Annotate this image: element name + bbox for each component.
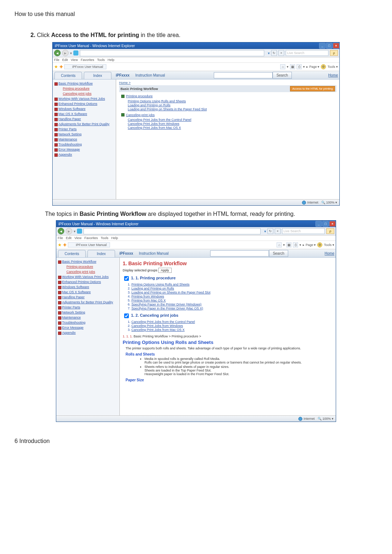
- window-minimize-button[interactable]: _: [315, 221, 322, 227]
- tab-index[interactable]: Index: [87, 250, 115, 257]
- nav-canceling-print-jobs[interactable]: Canceling print jobs: [53, 91, 115, 96]
- browser-tab[interactable]: iPFxxxx User Manual: [64, 64, 106, 69]
- access-html-button[interactable]: Access to the HTML for printing: [290, 86, 335, 91]
- link-g2-1[interactable]: Canceling Print Jobs from Windows: [128, 122, 336, 126]
- manual-search-input[interactable]: [214, 72, 273, 78]
- manual-search-input[interactable]: [210, 250, 269, 257]
- address-input[interactable]: [83, 228, 261, 234]
- nav-adjustments[interactable]: Adjustments for Better Print Quality: [57, 300, 119, 305]
- menu-edit[interactable]: Edit: [66, 236, 72, 240]
- browser-search-input[interactable]: Live Search: [286, 50, 328, 56]
- menu-help[interactable]: Help: [107, 58, 114, 62]
- tab-contents[interactable]: Contents: [58, 250, 86, 257]
- s1-item-1[interactable]: Loading and Printing on Rolls: [131, 287, 333, 290]
- favorites-star-icon[interactable]: ★: [58, 242, 62, 247]
- nav-basic-printing-workflow[interactable]: Basic Printing Workflow: [57, 259, 119, 264]
- status-zoom[interactable]: 🔍 100% ▾: [321, 201, 337, 204]
- s1-item-5[interactable]: Specifying Paper in the Printer Driver (…: [131, 303, 333, 306]
- feeds-icon[interactable]: ▦: [290, 64, 295, 69]
- s1-item-3[interactable]: Printing from Windows: [131, 295, 333, 298]
- home-link[interactable]: Home: [328, 73, 338, 77]
- menu-file[interactable]: File: [54, 58, 60, 62]
- nav-adjustments[interactable]: Adjustments for Better Print Quality: [53, 122, 115, 127]
- tools-menu[interactable]: Tools ▾: [327, 65, 338, 69]
- window-minimize-button[interactable]: _: [319, 43, 326, 49]
- menu-tools[interactable]: Tools: [97, 58, 105, 62]
- tools-gear-icon[interactable]: ⚙: [317, 242, 322, 247]
- nav-appendix[interactable]: Appendix: [57, 330, 119, 335]
- tab-index[interactable]: Index: [84, 72, 111, 79]
- favorites-star-icon[interactable]: ★: [54, 64, 58, 69]
- add-favorite-icon[interactable]: ✚: [60, 65, 63, 69]
- apply-button[interactable]: Apply: [158, 268, 172, 273]
- nav-printing-procedure[interactable]: Printing procedure: [53, 86, 115, 91]
- s2-checkbox[interactable]: [124, 313, 129, 318]
- tab-contents[interactable]: Contents: [54, 72, 82, 79]
- status-zoom[interactable]: 🔍 100% ▾: [318, 417, 334, 420]
- nav-maintenance[interactable]: Maintenance: [57, 315, 119, 320]
- forward-button[interactable]: ►: [66, 228, 72, 234]
- group-head-canceling[interactable]: Canceling print jobs: [121, 113, 155, 117]
- tools-gear-icon[interactable]: ⚙: [321, 64, 326, 69]
- s2-item-2[interactable]: Canceling Print Jobs from Mac OS X: [131, 328, 333, 332]
- home-link[interactable]: Home: [324, 251, 334, 255]
- tools-menu[interactable]: Tools ▾: [324, 243, 334, 247]
- link-g1-0[interactable]: Printing Options Using Rolls and Sheets: [128, 99, 336, 103]
- s1-item-2[interactable]: Loading and Printing on Sheets in the Pa…: [131, 291, 333, 294]
- link-g1-2[interactable]: Loading and Printing on Sheets in the Pa…: [128, 107, 336, 111]
- menu-favorites[interactable]: Favorites: [84, 236, 98, 240]
- forward-button[interactable]: ►: [62, 50, 69, 56]
- add-favorite-icon[interactable]: ✚: [63, 243, 66, 247]
- nav-printing-procedure[interactable]: Printing procedure: [57, 264, 119, 269]
- menu-file[interactable]: File: [58, 236, 63, 240]
- menu-favorites[interactable]: Favorites: [81, 58, 94, 62]
- print-icon[interactable]: ⎙: [293, 242, 298, 247]
- search-go-button[interactable]: ρ: [326, 228, 334, 234]
- nav-handling-paper[interactable]: Handling Paper: [57, 295, 119, 300]
- browser-search-input[interactable]: Live Search: [282, 228, 325, 234]
- nav-error-message[interactable]: Error Message: [53, 147, 115, 152]
- nav-canceling-print-jobs[interactable]: Canceling print jobs: [57, 269, 119, 274]
- nav-enhanced-printing[interactable]: Enhanced Printing Options: [57, 279, 119, 284]
- nav-maintenance[interactable]: Maintenance: [53, 137, 115, 142]
- nav-network-setting[interactable]: Network Setting: [57, 310, 119, 315]
- back-button[interactable]: ◄: [54, 50, 61, 56]
- menu-help[interactable]: Help: [111, 236, 118, 240]
- nav-troubleshooting[interactable]: Troubleshooting: [53, 142, 115, 147]
- nav-windows-software[interactable]: Windows Software: [53, 106, 115, 111]
- s1-item-6[interactable]: Specifying Paper in the Printer Driver (…: [131, 307, 333, 310]
- page-menu[interactable]: ▸ Page ▾: [306, 65, 319, 69]
- refresh-button[interactable]: ↻: [271, 50, 277, 56]
- home-icon[interactable]: ⌂: [277, 242, 282, 247]
- nav-printer-parts[interactable]: Printer Parts: [53, 127, 115, 132]
- nav-printer-parts[interactable]: Printer Parts: [57, 305, 119, 310]
- manual-search-button[interactable]: Search: [273, 72, 292, 79]
- link-g2-2[interactable]: Canceling Print Jobs from Mac OS X: [128, 126, 336, 130]
- nav-working-with-various[interactable]: Working With Various Print Jobs: [53, 96, 115, 101]
- back-button[interactable]: ◄: [58, 228, 64, 234]
- menu-tools[interactable]: Tools: [101, 236, 108, 240]
- nav-working-with-various[interactable]: Working With Various Print Jobs: [57, 274, 119, 279]
- link-g2-0[interactable]: Canceling Print Jobs from the Control Pa…: [128, 118, 336, 122]
- window-maximize-button[interactable]: □: [322, 221, 329, 227]
- s1-item-0[interactable]: Printing Options Using Rolls and Sheets: [131, 283, 333, 286]
- s1-item-4[interactable]: Printing from Mac OS X: [131, 299, 333, 302]
- page-menu[interactable]: ▸ Page ▾: [303, 243, 316, 247]
- nav-windows-software[interactable]: Windows Software: [57, 284, 119, 290]
- link-g1-1[interactable]: Loading and Printing on Rolls: [128, 103, 336, 107]
- nav-network-setting[interactable]: Network Setting: [53, 132, 115, 137]
- window-close-button[interactable]: ×: [329, 221, 336, 227]
- window-close-button[interactable]: ×: [333, 43, 339, 49]
- crumb-home[interactable]: Home >: [119, 81, 131, 85]
- stop-button[interactable]: ×: [278, 50, 284, 56]
- home-icon[interactable]: ⌂: [280, 64, 285, 69]
- menu-view[interactable]: View: [74, 236, 81, 240]
- nav-handling-paper[interactable]: Handling Paper: [53, 116, 115, 122]
- search-go-button[interactable]: ρ: [330, 50, 338, 56]
- nav-appendix[interactable]: Appendix: [53, 152, 115, 157]
- address-input[interactable]: [80, 50, 264, 56]
- s2-item-0[interactable]: Canceling Print Jobs from the Control Pa…: [131, 320, 333, 324]
- s2-item-1[interactable]: Canceling Print Jobs from Windows: [131, 324, 333, 328]
- menu-edit[interactable]: Edit: [62, 58, 68, 62]
- browser-tab[interactable]: iPFxxxx User Manual: [68, 242, 110, 247]
